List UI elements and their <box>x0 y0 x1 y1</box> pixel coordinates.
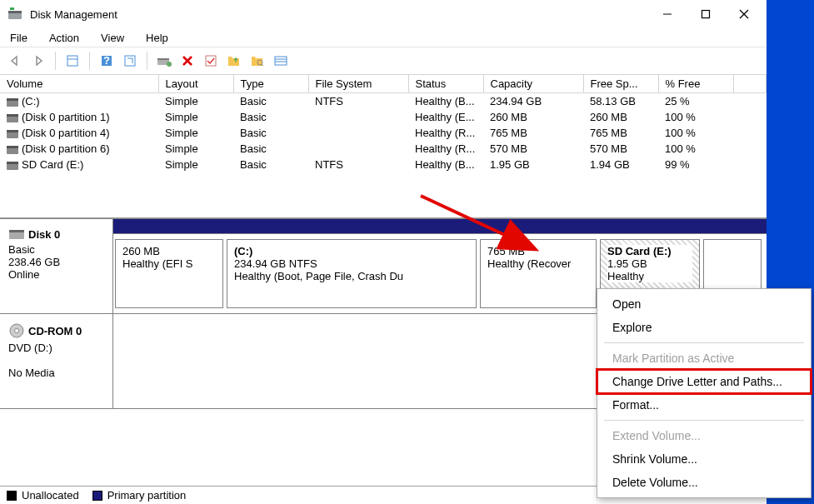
column-header[interactable]: File System <box>308 75 408 93</box>
delete-icon[interactable] <box>177 51 197 71</box>
disk-icon <box>8 322 25 342</box>
partition-title: SD Card (E:) <box>607 245 672 257</box>
partition-block[interactable]: 765 MBHealthy (Recover <box>480 239 597 308</box>
context-item-mark-partition-as-active: Mark Partition as Active <box>597 347 811 370</box>
partition-status: Healthy (Boot, Page File, Crash Du <box>234 270 403 282</box>
help-button[interactable]: ? <box>97 51 117 71</box>
drive-icon <box>7 146 18 154</box>
svg-rect-17 <box>206 56 216 66</box>
back-button[interactable] <box>5 51 25 71</box>
column-header[interactable]: % Free <box>658 75 733 93</box>
drive-icon <box>7 130 18 138</box>
close-button[interactable] <box>725 2 763 27</box>
rescan-icon[interactable] <box>154 51 174 71</box>
svg-rect-4 <box>702 11 710 18</box>
partition-bar <box>113 219 767 234</box>
context-item-explore[interactable]: Explore <box>597 316 811 339</box>
context-item-extend-volume: Extend Volume... <box>597 424 811 447</box>
legend-swatch <box>7 491 17 501</box>
drive-icon <box>7 98 18 107</box>
context-item-open[interactable]: Open <box>597 292 811 316</box>
context-item-shrink-volume[interactable]: Shrink Volume... <box>597 447 811 471</box>
disk-name: CD-ROM 0 <box>28 325 82 337</box>
volume-table: VolumeLayoutTypeFile SystemStatusCapacit… <box>0 75 767 172</box>
menu-action[interactable]: Action <box>44 31 84 45</box>
folder-search-icon[interactable] <box>247 51 267 71</box>
context-separator <box>604 420 804 421</box>
disk-icon <box>8 227 25 243</box>
menubar: File Action View Help <box>0 28 767 47</box>
context-separator <box>604 342 804 343</box>
context-item-change-drive-letter-and-paths[interactable]: Change Drive Letter and Paths... <box>597 370 811 393</box>
disk-size: 238.46 GB <box>8 256 60 268</box>
drive-icon <box>7 114 18 122</box>
legend-label: Primary partition <box>107 489 187 502</box>
app-icon <box>7 6 23 22</box>
drive-icon <box>7 162 18 170</box>
partition-block[interactable]: (C:)234.94 GB NTFSHealthy (Boot, Page Fi… <box>227 239 477 308</box>
volume-row[interactable]: (Disk 0 partition 1)SimpleBasicHealthy (… <box>0 109 767 125</box>
volume-list-pane[interactable]: VolumeLayoutTypeFile SystemStatusCapacit… <box>0 75 767 218</box>
toolbar: ? <box>0 47 767 75</box>
disk-name: Disk 0 <box>28 228 60 241</box>
partition-size: 765 MB <box>487 245 525 257</box>
legend-swatch <box>92 491 102 501</box>
svg-rect-13 <box>157 58 169 60</box>
minimize-button[interactable] <box>648 2 687 27</box>
column-header[interactable]: Volume <box>0 75 158 93</box>
svg-rect-26 <box>9 230 24 232</box>
column-header[interactable]: Layout <box>158 75 233 93</box>
menu-view[interactable]: View <box>96 31 129 45</box>
partition-size: 234.94 GB NTFS <box>234 257 317 270</box>
svg-rect-22 <box>275 57 287 65</box>
partition-title: (C:) <box>234 245 252 257</box>
context-item-format[interactable]: Format... <box>597 393 811 417</box>
check-icon[interactable] <box>201 51 221 71</box>
svg-rect-1 <box>8 11 22 13</box>
disk-type: DVD (D:) <box>8 342 52 354</box>
column-header[interactable]: Type <box>233 75 308 93</box>
svg-text:?: ? <box>103 54 110 67</box>
partition-block[interactable]: 260 MBHealthy (EFI S <box>115 239 223 308</box>
context-menu: OpenExploreMark Partition as ActiveChang… <box>597 288 812 498</box>
svg-point-28 <box>15 329 19 333</box>
disk-info-panel[interactable]: Disk 0Basic238.46 GBOnline <box>0 219 113 313</box>
volume-row[interactable]: (C:)SimpleBasicNTFSHealthy (B...234.94 G… <box>0 93 767 110</box>
window-title: Disk Management <box>30 8 117 21</box>
maximize-button[interactable] <box>687 2 725 27</box>
svg-point-14 <box>167 62 172 67</box>
column-header[interactable]: Capacity <box>483 75 583 93</box>
menu-help[interactable]: Help <box>141 31 173 45</box>
volume-row[interactable]: SD Card (E:)SimpleBasicNTFSHealthy (B...… <box>0 157 767 172</box>
partition-size: 1.95 GB <box>607 257 647 270</box>
legend-label: Unallocated <box>22 489 79 502</box>
list-icon[interactable] <box>271 51 291 71</box>
menu-file[interactable]: File <box>5 31 32 45</box>
forward-button[interactable] <box>28 51 48 71</box>
partition-status: Healthy (Recover <box>487 257 571 270</box>
disk-type: Basic <box>8 243 35 256</box>
disk-status: No Media <box>8 367 55 379</box>
partition-status: Healthy <box>607 270 644 282</box>
volume-row[interactable]: (Disk 0 partition 4)SimpleBasicHealthy (… <box>0 125 767 141</box>
titlebar: Disk Management <box>0 0 767 28</box>
context-item-delete-volume[interactable]: Delete Volume... <box>597 471 811 494</box>
partition-size: 260 MB <box>122 245 160 257</box>
svg-rect-2 <box>10 7 14 10</box>
svg-rect-7 <box>67 56 77 66</box>
volume-row[interactable]: (Disk 0 partition 6)SimpleBasicHealthy (… <box>0 141 767 157</box>
partition-status: Healthy (EFI S <box>122 257 193 270</box>
properties-button[interactable] <box>62 51 82 71</box>
disk-info-panel[interactable]: CD-ROM 0DVD (D:)No Media <box>0 314 113 408</box>
refresh-button[interactable] <box>120 51 140 71</box>
disk-status: Online <box>8 268 40 281</box>
svg-rect-11 <box>125 56 135 66</box>
column-header[interactable]: Status <box>408 75 483 93</box>
folder-up-icon[interactable] <box>224 51 244 71</box>
column-header[interactable]: Free Sp... <box>583 75 658 93</box>
